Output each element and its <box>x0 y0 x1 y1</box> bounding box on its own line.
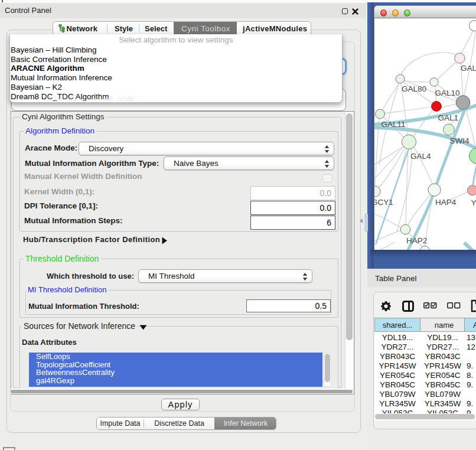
svg-text:GAL2: GAL2 <box>461 64 476 73</box>
svg-text:GAL80: GAL80 <box>402 84 426 93</box>
svg-text:HAP2: HAP2 <box>406 236 427 245</box>
svg-text:GAL1: GAL1 <box>438 113 459 122</box>
svg-text:HAP4: HAP4 <box>435 198 457 207</box>
svg-text:GAL4: GAL4 <box>410 152 431 161</box>
svg-text:GAL11: GAL11 <box>382 120 406 129</box>
svg-text:GAL10: GAL10 <box>435 89 460 97</box>
svg-text:GCY1: GCY1 <box>374 198 393 207</box>
svg-text:SWI4: SWI4 <box>450 136 470 145</box>
svg-text:Y: Y <box>471 198 476 207</box>
